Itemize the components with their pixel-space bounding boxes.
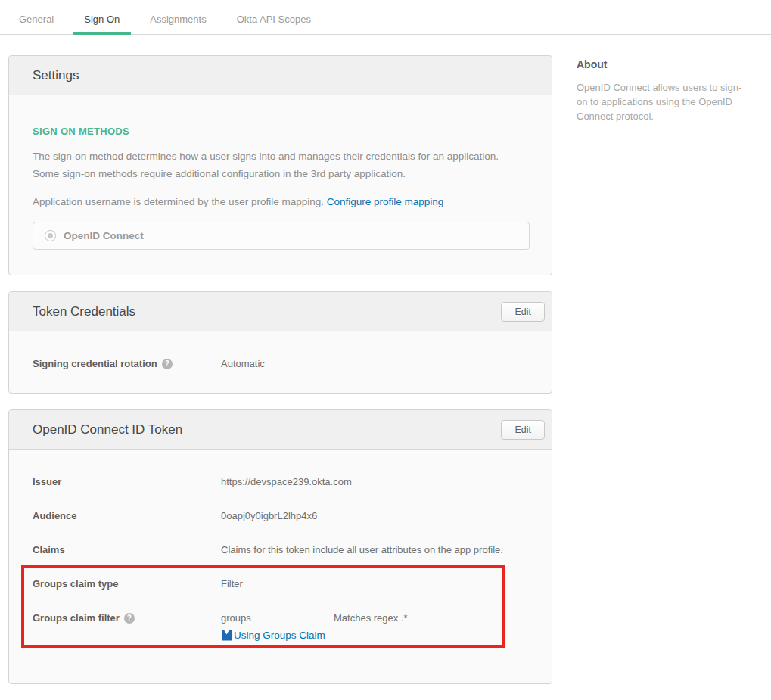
sign-on-method-label: OpenID Connect (64, 230, 144, 241)
issuer-row: Issuer https://devspace239.okta.com (33, 474, 528, 490)
signing-credential-rotation-value: Automatic (221, 356, 265, 372)
groups-claim-filter-label: Groups claim filter (33, 612, 120, 624)
groups-claim-filter-row: Groups claim filter? groups Matches rege… (33, 611, 528, 626)
token-credentials-body: Signing credential rotation? Automatic (9, 331, 552, 372)
sign-on-methods-description: The sign-on method determines how a user… (33, 148, 528, 182)
groups-claim-type-label: Groups claim type (33, 577, 221, 592)
issuer-label: Issuer (33, 474, 221, 490)
signing-credential-rotation-row: Signing credential rotation? Automatic (33, 356, 528, 372)
token-credentials-title: Token Credentials (33, 304, 135, 319)
audience-row: Audience 0oapj0y0igbrL2lhp4x6 (33, 509, 528, 524)
username-mapping-description: Application username is determined by th… (33, 193, 528, 210)
groups-claim-type-value: Filter (221, 577, 243, 592)
issuer-value: https://devspace239.okta.com (221, 474, 352, 490)
about-title: About (577, 58, 752, 70)
groups-claim-filter-value: groups (221, 611, 334, 626)
row-label: Groups claim filter? (33, 611, 221, 626)
sign-on-methods-heading: SIGN ON METHODS (33, 126, 528, 137)
tab-sign-on[interactable]: Sign On (73, 0, 131, 35)
book-icon (221, 630, 232, 641)
id-token-body: Issuer https://devspace239.okta.com Audi… (9, 450, 552, 641)
radio-selected-icon[interactable] (45, 230, 56, 241)
about-text: OpenID Connect allows users to sign-on t… (577, 80, 752, 123)
audience-value: 0oapj0y0igbrL2lhp4x6 (221, 509, 317, 524)
settings-card-header: Settings (9, 56, 552, 95)
id-token-card: OpenID Connect ID Token Edit Issuer http… (8, 409, 552, 684)
signing-credential-rotation-label: Signing credential rotation (33, 358, 157, 369)
about-sidebar: About OpenID Connect allows users to sig… (577, 58, 752, 123)
id-token-title: OpenID Connect ID Token (33, 422, 182, 437)
using-groups-claim-row: Using Groups Claim (221, 630, 528, 641)
token-credentials-card: Token Credentials Edit Signing credentia… (8, 291, 552, 394)
id-token-edit-button[interactable]: Edit (501, 420, 545, 440)
sign-on-method-option: OpenID Connect (33, 222, 530, 250)
sign-on-settings-page: General Sign On Assignments Okta API Sco… (0, 0, 771, 700)
tab-assignments[interactable]: Assignments (138, 0, 217, 34)
row-label: Signing credential rotation? (33, 356, 221, 372)
audience-label: Audience (33, 509, 221, 524)
tab-general[interactable]: General (8, 0, 65, 34)
groups-claim-type-row: Groups claim type Filter (33, 577, 528, 592)
claims-value: Claims for this token include all user a… (221, 543, 503, 558)
id-token-header: OpenID Connect ID Token Edit (9, 410, 552, 450)
settings-card-body: SIGN ON METHODS The sign-on method deter… (9, 126, 552, 250)
tab-okta-api-scopes[interactable]: Okta API Scopes (225, 0, 322, 34)
settings-card: Settings SIGN ON METHODS The sign-on met… (8, 55, 552, 275)
configure-profile-mapping-link[interactable]: Configure profile mapping (327, 196, 444, 207)
app-tab-bar: General Sign On Assignments Okta API Sco… (0, 0, 771, 35)
using-groups-claim-link[interactable]: Using Groups Claim (221, 630, 325, 641)
claims-row: Claims Claims for this token include all… (33, 543, 528, 558)
username-mapping-text: Application username is determined by th… (33, 196, 327, 207)
token-credentials-edit-button[interactable]: Edit (501, 302, 545, 322)
settings-title: Settings (33, 68, 79, 83)
using-groups-claim-label: Using Groups Claim (234, 630, 325, 641)
groups-claim-filter-regex: Matches regex .* (334, 611, 408, 626)
token-credentials-header: Token Credentials Edit (9, 292, 552, 331)
help-icon[interactable]: ? (124, 613, 135, 624)
claims-label: Claims (33, 543, 221, 558)
help-icon[interactable]: ? (162, 359, 173, 369)
